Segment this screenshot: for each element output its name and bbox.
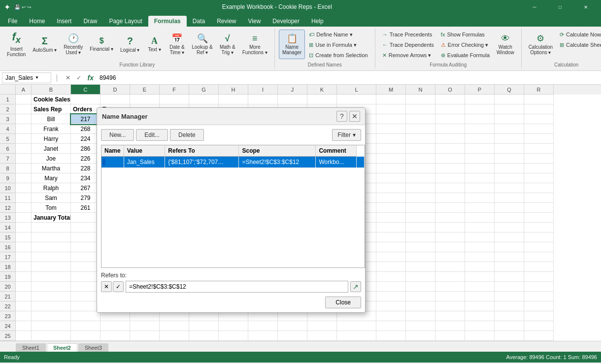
- cell[interactable]: Cookie Sales: [32, 95, 71, 104]
- row-header[interactable]: 16: [0, 242, 16, 252]
- cell[interactable]: [435, 134, 465, 144]
- cell[interactable]: [16, 95, 32, 104]
- cell[interactable]: [406, 203, 435, 213]
- cell[interactable]: [465, 203, 495, 213]
- cell[interactable]: [376, 282, 406, 292]
- cell[interactable]: 279: [71, 193, 100, 203]
- cell[interactable]: [337, 311, 376, 321]
- cell[interactable]: 224: [71, 134, 100, 144]
- nm-close-button[interactable]: Close: [325, 297, 361, 308]
- cell[interactable]: [435, 124, 465, 134]
- row-header[interactable]: 19: [0, 272, 16, 282]
- cell[interactable]: [219, 311, 248, 321]
- col-header-m[interactable]: M: [376, 85, 406, 95]
- cell[interactable]: [406, 104, 435, 114]
- cell[interactable]: [495, 252, 524, 262]
- cell[interactable]: [71, 232, 100, 242]
- cell[interactable]: [495, 272, 524, 282]
- cell[interactable]: [495, 262, 524, 272]
- row-header[interactable]: 12: [0, 203, 16, 213]
- tab-home[interactable]: Home: [23, 16, 51, 27]
- cell[interactable]: [435, 292, 465, 301]
- cell[interactable]: [435, 301, 465, 311]
- row-header[interactable]: 9: [0, 173, 16, 183]
- formula-input[interactable]: [98, 74, 599, 81]
- create-from-selection-button[interactable]: ⊡ Create from Selection: [306, 50, 370, 60]
- cell[interactable]: [376, 232, 406, 242]
- cell[interactable]: [248, 321, 278, 331]
- cell[interactable]: [406, 321, 435, 331]
- col-header-n[interactable]: N: [406, 85, 435, 95]
- cell[interactable]: [435, 183, 465, 193]
- row-header[interactable]: 18: [0, 262, 16, 272]
- cell[interactable]: [406, 213, 435, 223]
- name-box[interactable]: Jan_Sales ▼: [2, 72, 51, 83]
- cell[interactable]: [406, 134, 435, 144]
- refers-to-range-button[interactable]: ↗: [350, 281, 361, 292]
- confirm-formula-button[interactable]: ✓: [74, 73, 84, 83]
- cell[interactable]: [376, 223, 406, 232]
- cell[interactable]: [32, 252, 71, 262]
- cell[interactable]: [406, 183, 435, 193]
- cell[interactable]: [495, 193, 524, 203]
- cell[interactable]: [495, 301, 524, 311]
- cell[interactable]: [465, 292, 495, 301]
- trace-precedents-button[interactable]: → Trace Precedents: [379, 30, 437, 39]
- cell[interactable]: [376, 173, 406, 183]
- cell[interactable]: [16, 252, 32, 262]
- col-header-b[interactable]: B: [32, 85, 71, 95]
- cell[interactable]: [100, 321, 130, 331]
- cell[interactable]: [524, 124, 554, 134]
- cell[interactable]: [160, 95, 189, 104]
- cell[interactable]: [435, 213, 465, 223]
- cell[interactable]: [130, 95, 160, 104]
- cell[interactable]: [435, 203, 465, 213]
- cell[interactable]: [32, 301, 71, 311]
- cell[interactable]: [465, 252, 495, 262]
- calculation-options-button[interactable]: ⚙ CalculationOptions ▾: [526, 30, 556, 59]
- minimize-button[interactable]: ─: [523, 0, 546, 14]
- row-header[interactable]: 8: [0, 164, 16, 173]
- cell[interactable]: [495, 242, 524, 252]
- row-header[interactable]: 14: [0, 223, 16, 232]
- cell[interactable]: [16, 232, 32, 242]
- cell[interactable]: [376, 134, 406, 144]
- col-header-a[interactable]: A: [16, 85, 32, 95]
- refers-to-input[interactable]: [126, 281, 348, 293]
- cell[interactable]: [524, 282, 554, 292]
- cell[interactable]: [16, 331, 32, 341]
- cell[interactable]: 234: [71, 173, 100, 183]
- cell[interactable]: [406, 144, 435, 154]
- cell[interactable]: [16, 173, 32, 183]
- cell[interactable]: [495, 144, 524, 154]
- cell[interactable]: [406, 124, 435, 134]
- cell[interactable]: [16, 292, 32, 301]
- cell[interactable]: [16, 124, 32, 134]
- cell[interactable]: [435, 104, 465, 114]
- cell[interactable]: [495, 183, 524, 193]
- maximize-button[interactable]: □: [549, 0, 571, 14]
- recently-used-button[interactable]: 🕐 RecentlyUsed ▾: [61, 30, 86, 59]
- cell[interactable]: [524, 154, 554, 164]
- cell[interactable]: Harry: [32, 134, 71, 144]
- cell[interactable]: Orders: [71, 104, 100, 114]
- cancel-formula-button[interactable]: ✕: [63, 73, 73, 83]
- cell[interactable]: [32, 262, 71, 272]
- cell[interactable]: [32, 331, 71, 341]
- cell[interactable]: [16, 311, 32, 321]
- nm-edit-button[interactable]: Edit...: [136, 129, 168, 141]
- row-header[interactable]: 10: [0, 183, 16, 193]
- cell[interactable]: [435, 144, 465, 154]
- cell[interactable]: [406, 154, 435, 164]
- cell[interactable]: [495, 223, 524, 232]
- refers-cancel-button[interactable]: ✕: [101, 281, 112, 292]
- cell[interactable]: [71, 301, 100, 311]
- cell[interactable]: [376, 114, 406, 124]
- cell[interactable]: [524, 321, 554, 331]
- row-header[interactable]: 22: [0, 301, 16, 311]
- cell[interactable]: [376, 242, 406, 252]
- cell[interactable]: [248, 331, 278, 341]
- cell[interactable]: [435, 272, 465, 282]
- cell[interactable]: [71, 262, 100, 272]
- text-button[interactable]: A Text ▾: [143, 30, 165, 59]
